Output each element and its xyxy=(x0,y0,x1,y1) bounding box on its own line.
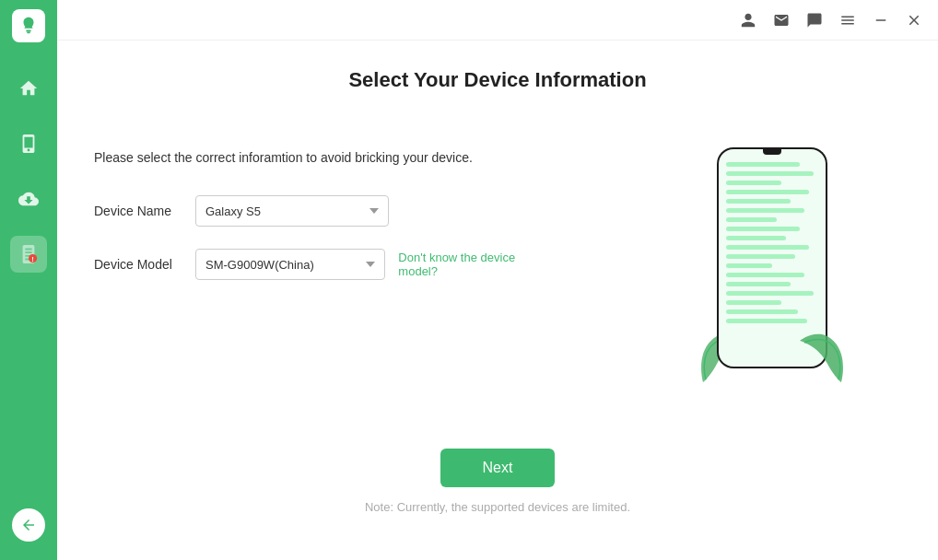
device-name-row: Device Name Galaxy S5 xyxy=(94,195,555,227)
user-avatar[interactable] xyxy=(733,6,763,35)
phone-notch xyxy=(763,149,781,155)
sidebar-item-device[interactable] xyxy=(10,125,47,162)
form-description: Please select the correct inforamtion to… xyxy=(94,147,555,168)
back-button[interactable] xyxy=(12,508,45,542)
device-model-label: Device Model xyxy=(94,257,195,272)
sidebar-item-backup[interactable] xyxy=(10,181,47,217)
phone-illustration xyxy=(698,129,846,387)
phone-screen-content xyxy=(719,149,826,336)
content-body: Please select the correct inforamtion to… xyxy=(94,147,901,387)
form-section: Please select the correct inforamtion to… xyxy=(94,147,555,302)
note-text: Note: Currently, the supported devices a… xyxy=(365,500,630,514)
mail-icon[interactable] xyxy=(767,6,796,35)
bottom-section: Next Note: Currently, the supported devi… xyxy=(365,449,630,532)
page-title: Select Your Device Information xyxy=(348,68,646,92)
svg-text:!: ! xyxy=(31,255,33,263)
sidebar-item-home[interactable] xyxy=(10,70,47,107)
sidebar: ! xyxy=(0,0,57,560)
leaf-right-icon xyxy=(795,322,846,387)
sidebar-bottom xyxy=(12,508,45,542)
page-content: Select Your Device Information Please se… xyxy=(57,41,938,560)
device-name-select[interactable]: Galaxy S5 xyxy=(195,195,389,227)
next-button[interactable]: Next xyxy=(440,449,555,487)
svg-rect-1 xyxy=(27,31,30,33)
menu-icon[interactable] xyxy=(833,6,862,35)
device-name-label: Device Name xyxy=(94,204,195,218)
titlebar xyxy=(57,0,938,41)
sidebar-nav: ! xyxy=(10,70,47,508)
sidebar-item-repair[interactable]: ! xyxy=(10,236,47,273)
svg-rect-0 xyxy=(26,30,31,32)
app-logo[interactable] xyxy=(12,9,45,42)
main-area: Select Your Device Information Please se… xyxy=(57,0,938,560)
chat-icon[interactable] xyxy=(800,6,829,35)
device-model-row: Device Model SM-G9009W(China) Don't know… xyxy=(94,249,555,280)
device-model-select[interactable]: SM-G9009W(China) xyxy=(195,249,385,280)
minimize-button[interactable] xyxy=(866,6,896,35)
dont-know-model-link[interactable]: Don't know the device model? xyxy=(398,251,555,278)
close-button[interactable] xyxy=(899,6,929,35)
